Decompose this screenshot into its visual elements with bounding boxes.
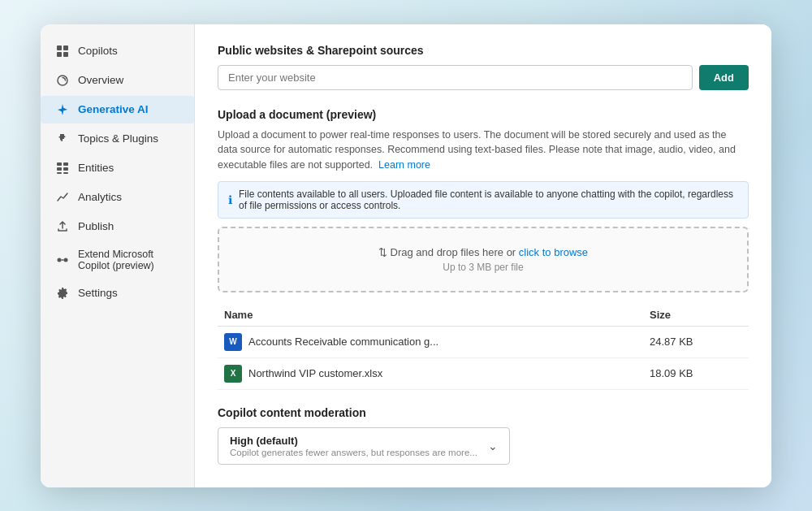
drop-zone[interactable]: ⇅ Drag and drop files here or click to b… (218, 227, 749, 292)
sidebar-item-copilots[interactable]: Copilots (41, 37, 194, 65)
sidebar-label-topics-plugins: Topics & Plugins (78, 132, 158, 145)
svg-point-11 (58, 258, 62, 262)
table-row: WAccounts Receivable communication g...2… (218, 326, 749, 357)
sidebar-item-analytics[interactable]: Analytics (41, 184, 194, 211)
info-banner: ℹ File contents available to all users. … (218, 181, 749, 219)
info-icon: ℹ (228, 193, 232, 206)
learn-more-link[interactable]: Learn more (378, 159, 430, 171)
sidebar-item-settings[interactable]: Settings (41, 279, 194, 307)
svg-rect-5 (57, 162, 62, 166)
sidebar-item-generative-ai[interactable]: Generative AI (41, 96, 194, 123)
url-section: Public websites & Sharepoint sources Add (218, 44, 749, 90)
word-icon: W (224, 333, 242, 351)
svg-rect-7 (57, 167, 62, 171)
sparkle-icon (55, 102, 70, 117)
upload-section: Upload a document (preview) Upload a doc… (218, 108, 749, 390)
moderation-dropdown[interactable]: High (default) Copilot generates fewer a… (218, 427, 510, 465)
extend-icon (55, 253, 70, 267)
website-input[interactable] (218, 65, 693, 90)
app-window: Copilots Overview Generative AI (41, 24, 771, 487)
url-bar: Add (218, 65, 749, 90)
sidebar-item-overview[interactable]: Overview (41, 67, 194, 94)
drop-zone-sub: Up to 3 MB per file (219, 262, 747, 273)
publish-icon (55, 219, 70, 234)
moderation-title: Copilot content moderation (218, 406, 749, 419)
browse-link[interactable]: click to browse (519, 246, 588, 258)
sidebar-label-generative-ai: Generative AI (78, 103, 149, 115)
info-text: File contents available to all users. Up… (239, 188, 738, 211)
svg-rect-2 (57, 52, 62, 57)
sidebar-label-extend-copilot: Extend Microsoft Copilot (preview) (78, 249, 179, 271)
table-row: XNorthwind VIP customer.xlsx18.09 KB (218, 357, 749, 389)
svg-rect-3 (63, 52, 68, 57)
sidebar-item-topics-plugins[interactable]: Topics & Plugins (41, 125, 194, 153)
gear-icon (55, 286, 70, 301)
file-name: Accounts Receivable communication g... (248, 336, 438, 348)
sidebar-label-settings: Settings (78, 287, 118, 299)
chevron-down-icon: ⌄ (488, 440, 498, 453)
sidebar-label-overview: Overview (78, 74, 123, 86)
sidebar: Copilots Overview Generative AI (41, 24, 195, 487)
main-content: Public websites & Sharepoint sources Add… (195, 24, 771, 487)
file-name: Northwind VIP customer.xlsx (248, 367, 382, 379)
moderation-value: High (default) (230, 435, 488, 447)
file-name-cell: XNorthwind VIP customer.xlsx (218, 357, 643, 389)
moderation-section: Copilot content moderation High (default… (218, 406, 749, 465)
svg-point-12 (64, 258, 68, 262)
sidebar-item-entities[interactable]: Entities (41, 154, 194, 182)
file-name-cell: WAccounts Receivable communication g... (218, 326, 643, 357)
file-table: Name Size WAccounts Receivable communica… (218, 304, 749, 390)
upload-description: Upload a document to power real-time res… (218, 128, 749, 173)
add-button[interactable]: Add (699, 65, 749, 90)
sidebar-label-analytics: Analytics (78, 191, 122, 203)
drop-zone-text: ⇅ Drag and drop files here or click to b… (219, 246, 747, 258)
sidebar-item-publish[interactable]: Publish (41, 213, 194, 240)
url-section-title: Public websites & Sharepoint sources (218, 44, 749, 57)
svg-rect-0 (57, 45, 62, 50)
svg-rect-9 (57, 172, 62, 174)
sidebar-label-copilots: Copilots (78, 45, 118, 57)
excel-icon: X (224, 365, 242, 383)
svg-rect-8 (63, 167, 68, 171)
sidebar-label-publish: Publish (78, 220, 114, 232)
svg-rect-10 (63, 172, 68, 174)
drop-icon: ⇅ (378, 246, 391, 258)
puzzle-icon (55, 132, 70, 146)
col-size-header: Size (643, 304, 749, 327)
moderation-sub: Copilot generates fewer answers, but res… (230, 448, 488, 457)
col-name-header: Name (218, 304, 643, 327)
upload-section-title: Upload a document (preview) (218, 108, 749, 121)
entities-icon (55, 161, 70, 175)
chart-icon (55, 190, 70, 205)
sidebar-label-entities: Entities (78, 162, 114, 174)
sidebar-item-extend-copilot[interactable]: Extend Microsoft Copilot (preview) (41, 242, 194, 278)
svg-rect-1 (63, 45, 68, 50)
file-size: 18.09 KB (643, 357, 749, 389)
file-size: 24.87 KB (643, 326, 749, 357)
grid-icon (55, 44, 70, 58)
svg-rect-6 (63, 162, 68, 166)
refresh-icon (55, 73, 70, 88)
